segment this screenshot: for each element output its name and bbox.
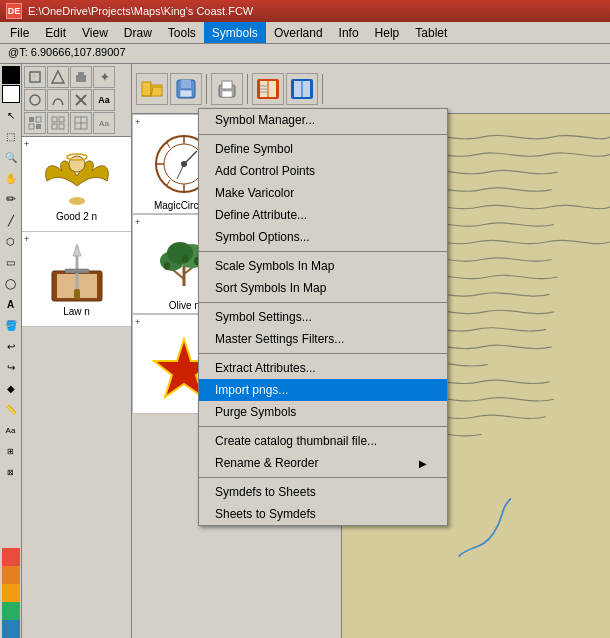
dd-make-varicolor[interactable]: Make Varicolor [199, 182, 447, 204]
dd-import-pngs[interactable]: Import pngs... [199, 379, 447, 401]
tb-book2[interactable] [286, 73, 318, 105]
tool-rect[interactable]: ▭ [1, 252, 21, 272]
tool-line[interactable]: ╱ [1, 210, 21, 230]
dd-sep-5 [199, 426, 447, 427]
menu-draw[interactable]: Draw [116, 22, 160, 43]
tool-arrow[interactable]: ↖ [1, 105, 21, 125]
svg-rect-32 [181, 80, 191, 88]
svg-rect-36 [222, 91, 232, 97]
svg-marker-26 [73, 244, 81, 256]
tool-extra2[interactable]: ⊠ [1, 462, 21, 482]
svg-rect-27 [65, 269, 89, 273]
dd-create-catalog[interactable]: Create catalog thumbnail file... [199, 430, 447, 452]
tool-sym[interactable]: Aa [1, 420, 21, 440]
dd-symdefs-to-sheets[interactable]: Symdefs to Sheets [199, 481, 447, 503]
mid-btn-9[interactable] [24, 112, 46, 134]
tool-measure[interactable]: 📏 [1, 399, 21, 419]
dd-purge-symbols[interactable]: Purge Symbols [199, 401, 447, 423]
dd-symbol-settings[interactable]: Symbol Settings... [199, 306, 447, 328]
symbol-list: + Good 2 n + [22, 137, 131, 638]
svg-line-55 [167, 143, 170, 148]
svg-point-20 [69, 197, 85, 205]
svg-rect-28 [74, 289, 80, 299]
tb-print[interactable] [211, 73, 243, 105]
svg-point-21 [69, 156, 85, 172]
mid-btn-6[interactable] [47, 89, 69, 111]
symbol-cell-lawn[interactable]: + Law n [22, 232, 131, 327]
dd-scale-symbols[interactable]: Scale Symbols In Map [199, 255, 447, 277]
dd-define-symbol[interactable]: Define Symbol [199, 138, 447, 160]
mid-btn-3[interactable] [70, 66, 92, 88]
menu-file[interactable]: File [2, 22, 37, 43]
mid-btn-8[interactable]: Aa [93, 89, 115, 111]
menu-help[interactable]: Help [367, 22, 408, 43]
menu-tools[interactable]: Tools [160, 22, 204, 43]
mid-btn-4[interactable]: ✦ [93, 66, 115, 88]
tool-redo[interactable]: ↪ [1, 357, 21, 377]
tb-open[interactable] [136, 73, 168, 105]
tool-zoom[interactable]: 🔍 [1, 147, 21, 167]
dd-extract-attributes[interactable]: Extract Attributes... [199, 357, 447, 379]
dd-sep-6 [199, 477, 447, 478]
svg-rect-15 [52, 124, 57, 129]
svg-rect-10 [36, 117, 41, 122]
coords-display: @T: 6.90666,107.89007 [8, 46, 126, 58]
tool-text[interactable]: A [1, 294, 21, 314]
svg-point-65 [164, 262, 170, 270]
svg-rect-14 [59, 117, 64, 122]
dd-rename-reorder[interactable]: Rename & Reorder ▶ [199, 452, 447, 474]
tool-poly[interactable]: ⬡ [1, 231, 21, 251]
tool-pencil[interactable]: ✏ [1, 189, 21, 209]
svg-rect-12 [36, 124, 41, 129]
color-blue[interactable] [2, 620, 20, 638]
menu-info[interactable]: Info [331, 22, 367, 43]
svg-rect-11 [29, 124, 34, 129]
dd-symbol-manager[interactable]: Symbol Manager... [199, 109, 447, 131]
mid-btn-5[interactable] [24, 89, 46, 111]
dd-define-attribute[interactable]: Define Attribute... [199, 204, 447, 226]
mid-btn-7[interactable] [70, 89, 92, 111]
main-area: ↖ ⬚ 🔍 ✋ ✏ ╱ ⬡ ▭ ◯ A 🪣 ↩ ↪ ◆ 📏 Aa ⊞ ⊠ [0, 64, 610, 638]
mid-btn-10[interactable] [47, 112, 69, 134]
title-text: E:\OneDrive\Projects\Maps\King's Coast.F… [28, 5, 253, 17]
dropdown-menu: Symbol Manager... Define Symbol Add Cont… [198, 108, 448, 526]
tool-fill[interactable]: 🪣 [1, 315, 21, 335]
svg-rect-0 [30, 72, 40, 82]
dd-sep-3 [199, 302, 447, 303]
svg-point-67 [182, 255, 188, 263]
svg-rect-16 [59, 124, 64, 129]
menu-edit[interactable]: Edit [37, 22, 74, 43]
menu-tablet[interactable]: Tablet [407, 22, 455, 43]
dd-add-control[interactable]: Add Control Points [199, 160, 447, 182]
tool-undo[interactable]: ↩ [1, 336, 21, 356]
color-orange[interactable] [2, 566, 20, 584]
menu-view[interactable]: View [74, 22, 116, 43]
dd-master-settings[interactable]: Master Settings Filters... [199, 328, 447, 350]
tool-select[interactable]: ⬚ [1, 126, 21, 146]
tb-book[interactable] [252, 73, 284, 105]
tb-save[interactable] [170, 73, 202, 105]
color-red[interactable] [2, 548, 20, 566]
symbol-cell-good2n[interactable]: + Good 2 n [22, 137, 131, 232]
mid-btn-12[interactable]: Aa [93, 112, 115, 134]
color-black[interactable] [2, 66, 20, 84]
tool-node[interactable]: ◆ [1, 378, 21, 398]
color-white[interactable] [2, 85, 20, 103]
menu-overland[interactable]: Overland [266, 22, 331, 43]
tool-pan[interactable]: ✋ [1, 168, 21, 188]
dd-sep-2 [199, 251, 447, 252]
dd-symbol-options[interactable]: Symbol Options... [199, 226, 447, 248]
color-yellow[interactable] [2, 584, 20, 602]
tool-circle[interactable]: ◯ [1, 273, 21, 293]
tool-extra[interactable]: ⊞ [1, 441, 21, 461]
dd-sheets-to-symdefs[interactable]: Sheets to Symdefs [199, 503, 447, 525]
title-bar: DE E:\OneDrive\Projects\Maps\King's Coas… [0, 0, 610, 22]
mid-btn-2[interactable] [47, 66, 69, 88]
mid-btn-11[interactable] [70, 112, 92, 134]
mid-btn-1[interactable] [24, 66, 46, 88]
color-green[interactable] [2, 602, 20, 620]
menu-symbols[interactable]: Symbols [204, 22, 266, 43]
dd-sep-1 [199, 134, 447, 135]
svg-rect-13 [52, 117, 57, 122]
dd-sort-symbols[interactable]: Sort Symbols In Map [199, 277, 447, 299]
